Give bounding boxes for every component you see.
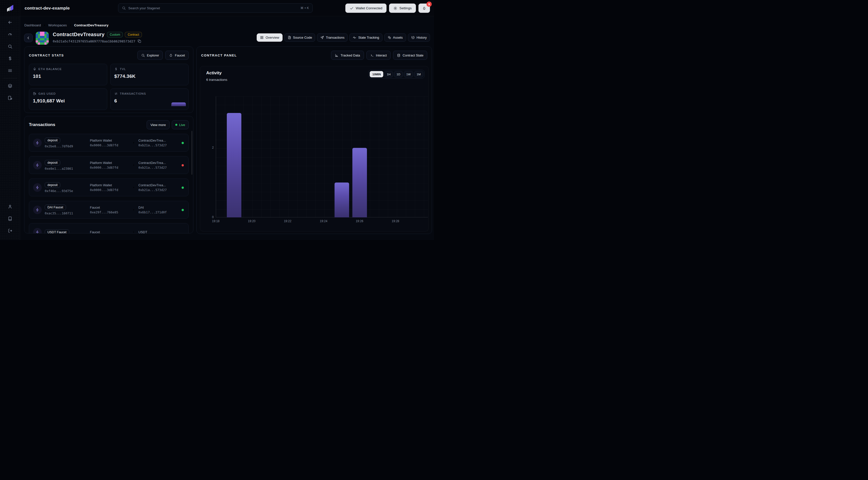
sidebar-bottom-group xyxy=(4,200,16,240)
activity-title: Activity xyxy=(206,70,221,75)
tab-source-code[interactable]: Source Code xyxy=(284,33,315,42)
wallet-connected-button[interactable]: Wallet Connected xyxy=(345,3,386,13)
page-header: ContractDevTreasury CustomContract 0xb21… xyxy=(53,32,142,43)
transaction-main: DAI Faucet0xac35...160711 xyxy=(45,204,90,215)
range-button-1h[interactable]: 1H xyxy=(384,71,393,77)
search-input[interactable] xyxy=(128,6,298,10)
arrow-right-icon xyxy=(131,141,135,145)
from-address: 0x0000...3d87fd xyxy=(90,166,128,169)
transaction-flow: Platform Wallet0x0000...3d87fdContractDe… xyxy=(90,183,176,192)
tab-history[interactable]: History xyxy=(408,33,430,42)
transaction-row[interactable]: USDT FaucetFaucetUSDT xyxy=(29,223,189,233)
from-name: Faucet xyxy=(90,230,128,233)
transaction-flow: Platform Wallet0x0000...3d87fdContractDe… xyxy=(90,161,176,169)
lightning-icon xyxy=(35,186,39,190)
tab-overview[interactable]: Overview xyxy=(257,33,282,42)
transaction-main: deposit0x2be8...7df6d9 xyxy=(45,137,90,148)
tab-state-tracking[interactable]: State Tracking xyxy=(349,33,382,42)
transaction-flow: Faucet0xe29f...766e85DAI0x6b17...271d0f xyxy=(90,205,176,214)
contract-panel-actions: Tracked DataInteractContract State xyxy=(331,51,427,60)
sidebar-item-dollar-icon[interactable] xyxy=(4,53,16,65)
pulse-icon xyxy=(352,36,356,39)
copy-address-icon[interactable] xyxy=(137,39,142,43)
sidebar-item-book-icon[interactable] xyxy=(4,213,16,225)
breadcrumb: DashboardWorkspacesContractDevTreasury xyxy=(24,23,108,27)
contract-state-button[interactable]: Contract State xyxy=(393,51,427,60)
sidebar-item-logout-icon[interactable] xyxy=(4,225,16,237)
menu-icon xyxy=(7,68,12,73)
stat-label: TVL xyxy=(120,67,126,70)
transaction-from: Platform Wallet0x0000...3d87fd xyxy=(90,161,128,169)
logo-icon xyxy=(5,3,15,13)
back-button[interactable] xyxy=(24,34,33,42)
gear-icon xyxy=(393,6,397,10)
stat-value: 101 xyxy=(33,73,103,79)
transaction-main: USDT Faucet xyxy=(45,229,90,234)
tab-label: Overview xyxy=(266,36,279,39)
tab-label: Transactions xyxy=(326,36,344,39)
app-title: contract-dev-example xyxy=(25,0,70,16)
x-axis-tick-label: 19:20 xyxy=(244,219,259,223)
sidebar-item-contract-key-icon[interactable] xyxy=(4,92,16,104)
transaction-row[interactable]: deposit0xf46e...93d75ePlatform Wallet0x0… xyxy=(29,179,189,196)
transaction-hash: 0xf46e...93d75e xyxy=(45,189,90,193)
range-button-10min[interactable]: 10MIN xyxy=(370,71,383,77)
contract-address: 0xb21a5cf431297655a8697778aa1bb86298573d… xyxy=(53,39,135,43)
dollar-icon xyxy=(7,56,12,61)
lightning-icon xyxy=(35,208,39,212)
contract-stats-panel: CONTRACT STATS ExplorerFaucet ETH BALANC… xyxy=(24,46,193,113)
tracked-data-button[interactable]: Tracked Data xyxy=(331,51,364,60)
sidebar-item-gauge-icon[interactable] xyxy=(4,28,16,40)
stat-card-eth-balance: ETH BALANCE101 xyxy=(29,64,107,85)
search-bar[interactable]: ⌘ + K xyxy=(118,3,313,13)
coins-icon xyxy=(388,36,391,39)
stat-card-tvl: TVL$774.36K xyxy=(110,64,189,85)
settings-button[interactable]: Settings xyxy=(389,3,416,13)
from-address: 0x0000...3d87fd xyxy=(90,188,128,192)
transaction-hash: 0x2be8...7df6d9 xyxy=(45,145,90,148)
range-button-1m[interactable]: 1M xyxy=(414,71,423,77)
range-button-1d[interactable]: 1D xyxy=(394,71,403,77)
transaction-hash: 0xe8e1...a23861 xyxy=(45,167,90,170)
range-button-1w[interactable]: 1W xyxy=(404,71,413,77)
sidebar-item-back-arrow-icon[interactable] xyxy=(4,16,16,28)
breadcrumb-separator-icon xyxy=(43,24,46,27)
tab-label: Source Code xyxy=(293,36,312,39)
to-name: ContractDevTrea... xyxy=(138,161,176,165)
explorer-button[interactable]: Explorer xyxy=(137,51,163,60)
time-range-group: 10MIN1H1D1W1M xyxy=(368,70,425,78)
lightning-icon xyxy=(35,141,39,145)
contract-stats-heading: CONTRACT STATS xyxy=(29,54,64,57)
sidebar-item-menu-icon[interactable] xyxy=(4,65,16,76)
tab-transactions[interactable]: Transactions xyxy=(317,33,348,42)
sidebar-item-search-icon[interactable] xyxy=(4,40,16,53)
transaction-main: deposit0xf46e...93d75e xyxy=(45,182,90,193)
chart-bar xyxy=(335,183,349,217)
activity-subtitle: 6 transactions xyxy=(206,78,227,82)
interact-button[interactable]: Interact xyxy=(366,51,391,60)
to-address: 0xb21a...573d27 xyxy=(138,143,176,147)
transaction-hash: 0xac35...160711 xyxy=(45,212,90,215)
transaction-from: Platform Wallet0x0000...3d87fd xyxy=(90,138,128,147)
view-more-button[interactable]: View more xyxy=(147,120,169,129)
avatar-pixel-art xyxy=(36,32,49,45)
from-name: Platform Wallet xyxy=(90,161,128,165)
transaction-row[interactable]: deposit0xe8e1...a23861Platform Wallet0x0… xyxy=(29,156,189,174)
tab-assets[interactable]: Assets xyxy=(384,33,406,42)
breadcrumb-item[interactable]: Workspaces xyxy=(48,23,67,27)
sidebar-item-layers-icon[interactable] xyxy=(4,80,16,92)
faucet-button[interactable]: Faucet xyxy=(165,51,189,60)
sidebar-item-user-icon[interactable] xyxy=(4,200,16,213)
transaction-method-badge: deposit xyxy=(45,160,60,165)
transaction-row[interactable]: deposit0x2be8...7df6d9Platform Wallet0x0… xyxy=(29,134,189,152)
check-icon xyxy=(350,6,353,10)
transactions-scrollbar[interactable] xyxy=(191,131,192,175)
breadcrumb-item[interactable]: Dashboard xyxy=(24,23,41,27)
from-name: Platform Wallet xyxy=(90,138,128,142)
stat-label: ETH BALANCE xyxy=(38,67,62,70)
book-icon xyxy=(7,216,12,221)
transaction-row[interactable]: DAI Faucet0xac35...160711Faucet0xe29f...… xyxy=(29,201,189,219)
app-logo[interactable] xyxy=(0,0,20,16)
grid-icon xyxy=(260,36,264,39)
tab-label: History xyxy=(417,36,427,39)
